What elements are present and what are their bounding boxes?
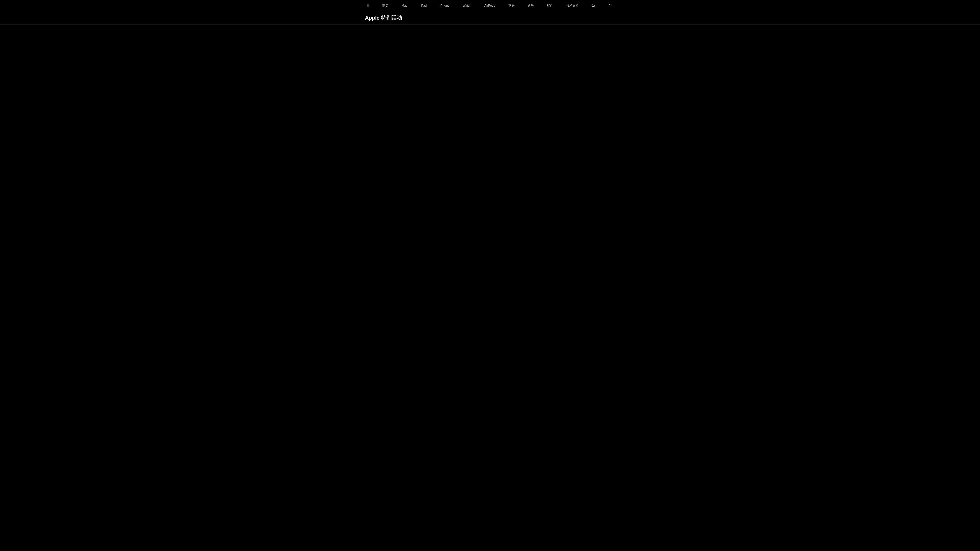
main-content:  WWDC23 倒计时,凌晨 1 点见。 xyxy=(0,0,327,184)
breadcrumb-bar: Apple 特别活动 xyxy=(0,11,327,24)
navigation:  商店 Mac iPad iPhone Watch AirPods 家居 娱乐… xyxy=(0,0,327,11)
